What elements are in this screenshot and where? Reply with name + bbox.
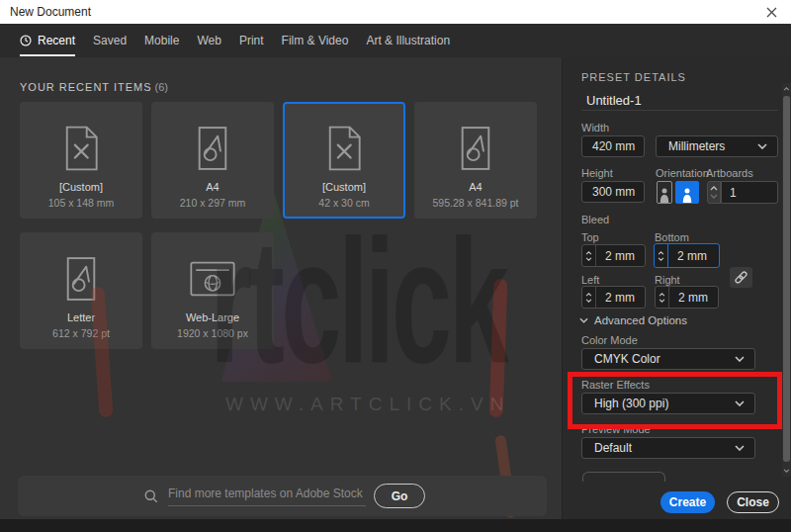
bleed-bottom-label: Bottom <box>655 231 689 243</box>
recent-item-web-large[interactable]: Web-Large 1920 x 1080 px <box>151 232 274 349</box>
color-mode-value: CMYK Color <box>594 352 660 366</box>
tab-print[interactable]: Print <box>239 24 264 57</box>
tab-bar: Recent Saved Mobile Web Print Film & Vid… <box>0 24 791 57</box>
recent-item-letter[interactable]: Letter 612 x 792 pt <box>20 232 142 349</box>
raster-effects-dropdown[interactable]: High (300 ppi) <box>581 393 755 414</box>
recent-items-grid: [Custom] 105 x 148 mm A4 210 x 297 mm [C… <box>20 102 537 349</box>
preset-details-heading: PRESET DETAILS <box>581 71 686 83</box>
chevron-down-icon <box>783 469 790 473</box>
tab-label: Web <box>197 34 220 47</box>
orientation-label: Orientation <box>656 167 709 179</box>
bleed-top-label: Top <box>581 231 599 243</box>
chevron-down-icon <box>735 356 745 362</box>
units-value: Millimeters <box>668 139 725 153</box>
portrait-person-icon <box>659 188 669 203</box>
recent-item-name: A4 <box>206 181 219 193</box>
bleed-left-input[interactable]: 2 mm <box>581 286 646 309</box>
chevron-up-icon <box>783 87 790 91</box>
recent-item-size: 210 x 297 mm <box>180 197 246 209</box>
link-bleed-values-button[interactable] <box>730 267 752 288</box>
tab-mobile[interactable]: Mobile <box>144 24 179 57</box>
dialog-bottom-edge <box>0 519 791 532</box>
recent-items-heading: YOUR RECENT ITEMS(6) <box>20 81 168 93</box>
template-search-bar: Go <box>18 476 547 516</box>
bleed-right-value: 2 mm <box>669 287 708 308</box>
recent-item-name: Web-Large <box>186 311 239 323</box>
recent-item-custom-42x30-selected[interactable]: [Custom] 42 x 30 cm <box>283 102 405 219</box>
bleed-bottom-input[interactable]: 2 mm <box>654 243 720 268</box>
create-button[interactable]: Create <box>660 491 715 513</box>
recent-item-name: [Custom] <box>322 181 366 193</box>
advanced-options-toggle[interactable]: Advanced Options <box>579 314 687 326</box>
recent-item-size: 42 x 30 cm <box>318 197 369 209</box>
tab-web[interactable]: Web <box>197 24 220 57</box>
recent-item-a4-pt[interactable]: A4 595.28 x 841.89 pt <box>414 102 537 219</box>
height-input[interactable]: 300 mm <box>581 181 645 203</box>
illustrator-doc-icon <box>457 125 494 171</box>
chevron-up-icon <box>585 251 592 255</box>
recent-items-count: (6) <box>155 81 168 93</box>
chevron-down-icon <box>735 445 745 451</box>
recent-item-custom-105x148[interactable]: [Custom] 105 x 148 mm <box>20 102 142 219</box>
artboards-value: 1 <box>722 186 737 200</box>
new-document-dialog: New Document Recent Saved Mobile Web Pri… <box>0 0 791 532</box>
stepper-arrows[interactable] <box>656 287 669 308</box>
recent-item-size: 595.28 x 841.89 pt <box>433 197 519 209</box>
close-window-button[interactable] <box>757 1 785 23</box>
chevron-down-icon <box>658 257 664 261</box>
panel-scrollbar[interactable] <box>782 83 791 477</box>
tab-film-video[interactable]: Film & Video <box>282 24 349 57</box>
orientation-portrait-button[interactable] <box>657 181 672 204</box>
bleed-bottom-value: 2 mm <box>668 244 707 267</box>
bleed-top-input[interactable]: 2 mm <box>581 244 646 267</box>
go-button[interactable]: Go <box>374 484 425 508</box>
recent-items-heading-text: YOUR RECENT ITEMS <box>20 81 152 93</box>
chevron-up-icon <box>659 293 665 297</box>
chevron-down-icon <box>659 299 665 303</box>
custom-doc-icon <box>62 125 100 171</box>
artboards-label: Artboards <box>706 167 753 179</box>
preview-mode-dropdown[interactable]: Default <box>581 437 755 459</box>
tab-saved[interactable]: Saved <box>93 24 127 57</box>
chevron-down-icon <box>710 194 718 199</box>
search-icon <box>144 489 158 503</box>
tab-recent[interactable]: Recent <box>20 24 75 57</box>
width-input[interactable]: 420 mm <box>581 135 645 157</box>
stepper-arrows[interactable] <box>655 244 668 267</box>
units-dropdown[interactable]: Millimeters <box>656 135 778 157</box>
recent-item-name: [Custom] <box>59 181 103 193</box>
tab-art-illustration[interactable]: Art & Illustration <box>366 24 450 57</box>
color-mode-dropdown[interactable]: CMYK Color <box>581 348 755 370</box>
chevron-up-icon <box>710 186 718 191</box>
illustrator-doc-icon <box>194 125 231 171</box>
bleed-label: Bleed <box>581 214 609 225</box>
bleed-right-input[interactable]: 2 mm <box>655 286 719 309</box>
artboards-stepper[interactable] <box>707 181 721 204</box>
stepper-arrows[interactable] <box>582 287 596 308</box>
recent-item-a4-mm[interactable]: A4 210 x 297 mm <box>151 102 274 219</box>
chevron-down-icon <box>585 257 592 261</box>
artboards-input[interactable]: 1 <box>721 181 778 204</box>
raster-effects-label: Raster Effects <box>581 379 650 391</box>
scrollbar-thumb[interactable] <box>783 96 790 462</box>
tab-label: Recent <box>38 34 75 47</box>
tab-label: Print <box>239 34 264 47</box>
orientation-landscape-button[interactable] <box>675 181 699 204</box>
recent-item-size: 105 x 148 mm <box>48 197 115 209</box>
preview-mode-value: Default <box>594 441 632 455</box>
scroll-down-arrow[interactable] <box>783 465 790 477</box>
close-button[interactable]: Close <box>727 491 779 513</box>
custom-doc-icon <box>325 125 363 171</box>
recent-item-size: 1920 x 1080 px <box>177 327 248 339</box>
stepper-arrows[interactable] <box>582 245 596 266</box>
clipped-button <box>582 472 665 482</box>
tab-label: Film & Video <box>282 34 349 47</box>
bleed-right-label: Right <box>655 274 680 286</box>
scroll-up-arrow[interactable] <box>783 83 790 95</box>
color-mode-label: Color Mode <box>581 334 638 346</box>
recent-item-name: Letter <box>67 311 95 323</box>
search-input[interactable] <box>168 487 366 506</box>
document-name-field[interactable]: Untitled-1 <box>586 93 642 108</box>
tab-label: Mobile <box>144 34 179 47</box>
raster-effects-value: High (300 ppi) <box>594 397 668 410</box>
